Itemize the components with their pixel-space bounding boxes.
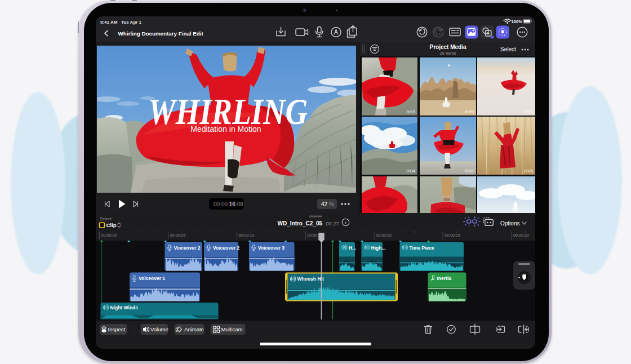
svg-text:Night Winds: Night Winds (110, 305, 139, 310)
svg-text:0:10: 0:10 (524, 109, 533, 114)
svg-text:42 %: 42 % (321, 201, 334, 207)
svg-text:Voiceover 3: Voiceover 3 (258, 245, 285, 251)
svg-text:0:09: 0:09 (465, 109, 474, 114)
svg-text:00:00:05: 00:00:05 (170, 233, 185, 238)
svg-text:0:02: 0:02 (465, 168, 474, 174)
svg-text:00:00:25: 00:00:25 (445, 233, 460, 238)
svg-text:00:00:20: 00:00:20 (376, 233, 392, 238)
svg-text:Time Piece: Time Piece (410, 245, 435, 251)
svg-text:Inspect: Inspect (108, 326, 126, 332)
svg-text:00:00:10: 00:00:10 (238, 233, 254, 238)
svg-text:00:00:00: 00:00:00 (101, 233, 117, 238)
svg-text:Project Media: Project Media (429, 44, 466, 50)
svg-text:0:06: 0:06 (524, 168, 533, 174)
svg-text:Options: Options (500, 220, 519, 227)
svg-text:Voiceover 2: Voiceover 2 (174, 245, 201, 251)
svg-text:Clip: Clip (106, 222, 117, 228)
svg-text:Multicam: Multicam (221, 326, 243, 332)
svg-text:00:00:16:08: 00:00:16:08 (214, 201, 243, 207)
svg-text:i: i (345, 220, 346, 225)
svg-text:0:04: 0:04 (406, 168, 415, 174)
svg-text:Volume: Volume (150, 326, 168, 332)
svg-text:00:00:30: 00:00:30 (513, 233, 529, 238)
svg-text:Select: Select (500, 46, 516, 52)
svg-text:Meditation in Motion: Meditation in Motion (190, 125, 261, 134)
svg-text:Select: Select (100, 216, 112, 221)
svg-text:Animate: Animate (184, 326, 204, 332)
svg-text:H...: H... (349, 245, 356, 251)
svg-text:26 Items: 26 Items (440, 51, 456, 56)
svg-text:High...: High... (371, 245, 386, 251)
svg-text:Voiceover 1: Voiceover 1 (139, 276, 165, 281)
svg-text:00:27: 00:27 (326, 220, 339, 227)
svg-text:Inertia: Inertia (437, 276, 452, 281)
svg-text:WD_Intro_C2_05: WD_Intro_C2_05 (278, 220, 323, 227)
svg-text:Voiceover 2: Voiceover 2 (213, 245, 239, 251)
svg-text:0:03: 0:03 (406, 109, 415, 114)
